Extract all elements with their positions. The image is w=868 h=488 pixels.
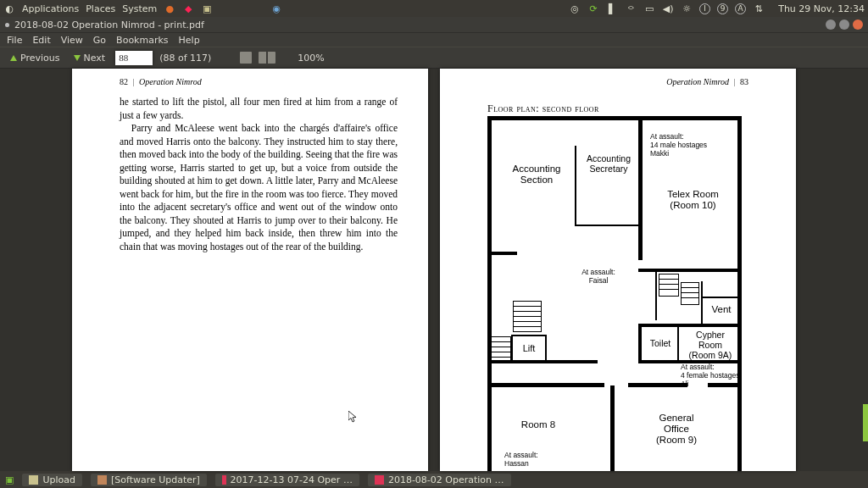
wall xyxy=(677,325,679,362)
document-viewport[interactable]: 82 | Operation Nimrod he started to lift… xyxy=(0,69,868,471)
files-icon[interactable]: ▣ xyxy=(201,3,213,14)
page-header-right: Operation Nimrod | 83 xyxy=(666,77,748,86)
menu-system[interactable]: System xyxy=(122,3,157,14)
task-label: [Software Updater] xyxy=(111,474,200,485)
distro-icon[interactable]: ◐ xyxy=(3,3,15,14)
stairs-icon xyxy=(681,282,699,304)
menu-bookmarks[interactable]: Bookmarks xyxy=(116,35,168,46)
pdf-icon xyxy=(222,475,226,485)
gnome-top-panel: ◐ Applications Places System ● ◆ ▣ ◉ ◎ ⟳… xyxy=(0,0,868,17)
room-label: Lift xyxy=(516,343,542,354)
wall xyxy=(575,146,576,226)
zoom-label[interactable]: 100% xyxy=(298,53,324,64)
menu-file[interactable]: File xyxy=(7,35,22,46)
floorplan-title: Floor plan: second floor xyxy=(487,103,599,115)
show-desktop-icon[interactable]: ▣ xyxy=(5,474,14,485)
task-pdf-1[interactable]: 2017-12-13 07-24 Oper … xyxy=(215,474,359,486)
next-button[interactable]: Next xyxy=(70,53,109,64)
header-sep: | xyxy=(733,77,735,86)
window-titlebar[interactable]: 2018-08-02 Operation Nimrod - print.pdf xyxy=(0,17,868,32)
task-software-updater[interactable]: [Software Updater] xyxy=(91,474,207,486)
app-dot-icon xyxy=(5,23,9,27)
battery-icon[interactable]: ▭ xyxy=(643,3,655,14)
window-close-button[interactable] xyxy=(853,19,863,30)
clock[interactable]: Thu 29 Nov, 12:34 xyxy=(778,3,865,14)
wall xyxy=(701,297,740,298)
assault-note: At assault:Hassan xyxy=(504,452,564,469)
running-title: Operation Nimrod xyxy=(666,77,729,86)
task-label: 2017-12-13 07-24 Oper … xyxy=(231,474,353,485)
wall xyxy=(545,335,547,363)
room-label: CypherRoom(Room 9A) xyxy=(681,330,740,360)
running-title: Operation Nimrod xyxy=(139,77,202,86)
view-dual-icon[interactable] xyxy=(259,52,275,64)
arrow-down-icon xyxy=(74,55,81,61)
window-maximize-button[interactable] xyxy=(839,19,849,30)
room-label: Toilet xyxy=(643,338,677,348)
app-icon[interactable]: ◉ xyxy=(270,3,282,14)
view-single-icon[interactable] xyxy=(240,52,252,64)
room-label: GeneralOffice(Room 9) xyxy=(638,413,715,446)
updater-icon xyxy=(97,475,107,485)
menu-places[interactable]: Places xyxy=(86,3,115,14)
task-upload[interactable]: Upload xyxy=(22,474,82,486)
scroll-edge-indicator xyxy=(863,404,868,441)
task-label: Upload xyxy=(42,474,75,485)
brightness-icon[interactable]: ☼ xyxy=(681,3,693,14)
stairs-icon xyxy=(513,301,542,331)
wifi-icon[interactable]: ⌔ xyxy=(625,3,637,14)
stairs-icon xyxy=(489,336,511,362)
page-number: 83 xyxy=(740,77,748,86)
paragraph: he started to lift the pistol, all four … xyxy=(120,96,398,122)
indicator-9-icon[interactable]: 9 xyxy=(717,3,728,14)
room-label: Telex Room(Room 10) xyxy=(653,189,733,211)
wall xyxy=(511,335,513,363)
window-title: 2018-08-02 Operation Nimrod - print.pdf xyxy=(14,19,204,30)
page-right: Operation Nimrod | 83 Floor plan: second… xyxy=(440,69,796,471)
indicator-a-icon[interactable]: A xyxy=(735,3,746,14)
indicator-i-icon[interactable]: I xyxy=(699,3,710,14)
page-number-input[interactable] xyxy=(115,51,153,65)
page-header-left: 82 | Operation Nimrod xyxy=(120,77,202,86)
firefox-icon[interactable]: ● xyxy=(164,3,175,14)
brave-icon[interactable]: ◆ xyxy=(182,3,194,14)
wall-dashed xyxy=(642,119,738,119)
task-label: 2018-08-02 Operation … xyxy=(388,474,504,485)
assault-note: At assault:Faisal xyxy=(569,269,628,286)
network-icon[interactable]: ⇅ xyxy=(753,3,765,14)
page-number: 82 xyxy=(120,77,128,86)
sync-icon[interactable]: ⟳ xyxy=(587,3,599,14)
wall xyxy=(638,324,642,362)
wall xyxy=(638,324,742,327)
menu-applications[interactable]: Applications xyxy=(22,3,79,14)
room-label: Vent xyxy=(706,304,737,315)
assault-note: At assault:4 female hostagesAli xyxy=(681,363,748,388)
arrow-up-icon xyxy=(10,55,17,61)
menu-help[interactable]: Help xyxy=(179,35,200,46)
wall xyxy=(487,252,517,255)
location-icon[interactable]: ◎ xyxy=(569,3,581,14)
gnome-bottom-panel: ▣ Upload [Software Updater] 2017-12-13 0… xyxy=(0,471,868,488)
drive-icon[interactable]: ▌ xyxy=(606,3,618,14)
wall xyxy=(655,271,657,320)
wall xyxy=(487,116,492,471)
volume-icon[interactable]: ◀) xyxy=(662,3,674,14)
menu-go[interactable]: Go xyxy=(93,35,106,46)
wall xyxy=(511,335,547,336)
task-pdf-2[interactable]: 2018-08-02 Operation … xyxy=(368,474,511,486)
pdf-icon xyxy=(375,475,384,485)
header-sep: | xyxy=(133,77,135,86)
menu-edit[interactable]: Edit xyxy=(32,35,50,46)
page-left: 82 | Operation Nimrod he started to lift… xyxy=(72,69,428,471)
floorplan: AccountingSection AccountingSecretary Te… xyxy=(487,116,742,471)
window-minimize-button[interactable] xyxy=(826,19,836,30)
room-label: AccountingSection xyxy=(503,164,570,186)
door-gap xyxy=(604,383,628,387)
next-label: Next xyxy=(84,53,106,64)
menubar: File Edit View Go Bookmarks Help xyxy=(0,32,868,47)
wall xyxy=(610,385,615,471)
wall xyxy=(638,269,742,272)
menu-view[interactable]: View xyxy=(61,35,83,46)
toolbar: Previous Next (88 of 117) 100% xyxy=(0,47,868,69)
previous-button[interactable]: Previous xyxy=(7,53,64,64)
